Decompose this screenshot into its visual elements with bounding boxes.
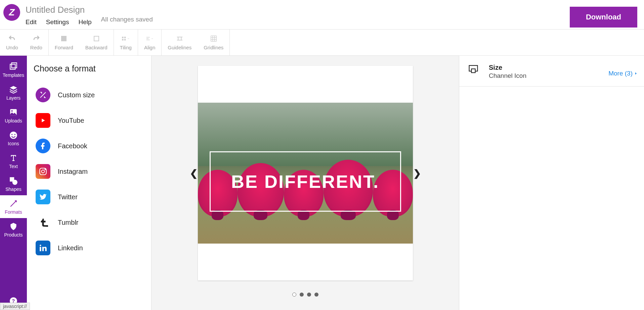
format-label: Instagram xyxy=(58,168,88,175)
format-label: Custom size xyxy=(58,91,95,99)
format-panel-title: Choose a format xyxy=(34,64,144,73)
rail-text[interactable]: Text xyxy=(0,150,27,172)
dot-1[interactable] xyxy=(292,293,296,297)
status-bar: javascript:// xyxy=(0,303,30,310)
canvas-area: ❮ ❯ BE DIFFERENT. xyxy=(151,56,459,310)
dot-3[interactable] xyxy=(307,293,311,297)
forward-button[interactable]: Forward xyxy=(49,35,79,50)
save-status: All changes saved xyxy=(101,16,153,26)
size-icon xyxy=(465,65,481,79)
layers-icon xyxy=(9,85,18,94)
undo-button[interactable]: Undo xyxy=(0,35,24,50)
linkedin-icon xyxy=(36,241,50,255)
formats-icon xyxy=(9,199,18,208)
rail-formats-label: Formats xyxy=(5,209,22,215)
redo-icon xyxy=(32,35,40,43)
rail-icons-label: Icons xyxy=(8,141,19,146)
undo-icon xyxy=(8,35,16,43)
rail-uploads[interactable]: Uploads xyxy=(0,104,27,127)
next-arrow[interactable]: ❯ xyxy=(413,168,421,179)
canvas-frame[interactable]: BE DIFFERENT. xyxy=(198,66,413,280)
dot-4[interactable] xyxy=(314,293,318,297)
rail-icons[interactable]: Icons xyxy=(0,127,27,150)
dot-2[interactable] xyxy=(300,293,304,297)
download-button[interactable]: Download xyxy=(570,7,637,28)
rail-templates-label: Templates xyxy=(3,72,24,78)
format-linkedin[interactable]: Linkedin xyxy=(34,235,144,261)
redo-button[interactable]: Redo xyxy=(24,35,48,50)
document-title[interactable]: Untitled Design xyxy=(26,5,91,15)
format-custom-size[interactable]: Custom size xyxy=(34,82,144,108)
icons-icon xyxy=(9,131,18,140)
rail-layers-label: Layers xyxy=(6,95,20,101)
logo-icon[interactable]: Z xyxy=(3,4,20,21)
svg-rect-0 xyxy=(61,36,67,41)
format-twitter[interactable]: Twitter xyxy=(34,184,144,210)
align-label: Align xyxy=(144,45,155,50)
tiling-icon xyxy=(122,35,130,43)
canvas-image[interactable]: BE DIFFERENT. xyxy=(198,103,413,244)
tiling-label: Tiling xyxy=(120,45,132,50)
forward-icon xyxy=(60,35,68,43)
logo-area: Z Untitled Design Edit Settings Help All… xyxy=(0,0,153,26)
svg-rect-23 xyxy=(12,63,17,68)
svg-point-35 xyxy=(45,169,45,169)
guidelines-button[interactable]: Guidelines xyxy=(162,35,198,50)
svg-point-28 xyxy=(14,134,15,135)
format-facebook[interactable]: Facebook xyxy=(34,133,144,159)
shapes-icon xyxy=(9,176,18,185)
rail-layers[interactable]: Layers xyxy=(0,81,27,104)
gridlines-label: Gridlines xyxy=(204,45,223,50)
title-menu: Untitled Design Edit Settings Help xyxy=(26,3,91,26)
svg-rect-39 xyxy=(471,69,475,72)
format-label: Tumblr xyxy=(58,219,78,226)
size-text: Size Channel Icon xyxy=(489,64,608,80)
svg-rect-1 xyxy=(94,36,99,41)
rail-text-label: Text xyxy=(9,164,18,169)
canvas-text-box[interactable]: BE DIFFERENT. xyxy=(210,151,401,212)
guidelines-label: Guidelines xyxy=(168,45,191,50)
align-button[interactable]: Align xyxy=(138,35,161,50)
align-icon xyxy=(146,35,154,43)
backward-button[interactable]: Backward xyxy=(79,35,114,50)
prev-arrow[interactable]: ❮ xyxy=(190,168,198,179)
canvas-wrap: ❮ ❯ BE DIFFERENT. xyxy=(198,66,413,280)
more-link-text: More (3) xyxy=(608,70,633,77)
gridlines-button[interactable]: Gridlines xyxy=(198,35,229,50)
rail-templates[interactable]: Templates xyxy=(0,58,27,81)
gridlines-icon xyxy=(210,35,218,43)
svg-point-27 xyxy=(11,134,12,135)
canvas-text: BE DIFFERENT. xyxy=(231,171,379,192)
left-rail: Templates Layers Uploads Icons Text Shap… xyxy=(0,56,27,310)
svg-rect-36 xyxy=(40,247,41,251)
format-youtube[interactable]: YouTube xyxy=(34,108,144,133)
instagram-icon xyxy=(36,164,50,179)
svg-point-30 xyxy=(12,180,17,185)
tumblr-icon xyxy=(36,215,50,230)
menu-settings[interactable]: Settings xyxy=(46,18,69,26)
rail-formats[interactable]: Formats xyxy=(0,195,27,218)
format-tumblr[interactable]: Tumblr xyxy=(34,210,144,235)
format-label: Linkedin xyxy=(58,244,83,252)
format-panel: Choose a format Custom size YouTube Face… xyxy=(27,56,151,310)
rail-uploads-label: Uploads xyxy=(5,118,22,123)
svg-rect-22 xyxy=(10,64,15,69)
svg-point-25 xyxy=(11,110,13,112)
menu-bar: Edit Settings Help xyxy=(26,18,91,26)
rail-shapes-label: Shapes xyxy=(5,187,21,192)
rail-products[interactable]: Products xyxy=(0,218,27,241)
svg-rect-4 xyxy=(122,39,123,40)
rail-shapes[interactable]: Shapes xyxy=(0,172,27,195)
format-instagram[interactable]: Instagram xyxy=(34,159,144,184)
pagination-dots xyxy=(292,293,318,297)
templates-icon xyxy=(9,62,18,71)
more-link[interactable]: More (3) xyxy=(608,70,638,77)
svg-rect-9 xyxy=(178,37,181,40)
size-title: Size xyxy=(489,64,608,71)
menu-help[interactable]: Help xyxy=(78,18,91,26)
menu-edit[interactable]: Edit xyxy=(26,18,37,26)
svg-rect-5 xyxy=(124,39,126,40)
twitter-icon xyxy=(36,190,50,204)
tiling-button[interactable]: Tiling xyxy=(114,35,138,50)
format-label: YouTube xyxy=(58,117,84,124)
